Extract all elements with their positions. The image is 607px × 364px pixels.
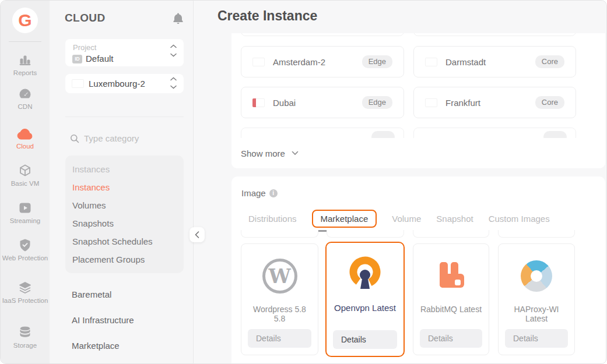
project-expander[interactable]	[170, 39, 177, 66]
sidebar-item-baremetal[interactable]: Baremetal	[72, 289, 111, 299]
rail-item-iaas-protection[interactable]: IaaS Protection	[1, 281, 50, 305]
project-selector[interactable]: Project ID Default	[65, 39, 184, 66]
rail-item-storage[interactable]: Storage	[1, 326, 50, 349]
page-title: Create Instance	[217, 8, 317, 24]
region-card-darmstadt[interactable]: Darmstadt Core	[413, 46, 576, 77]
image-card-title: Openvpn Latest	[333, 303, 397, 322]
sidebar-item-placement-groups[interactable]: Placement Groups	[72, 250, 184, 268]
image-card-haproxy[interactable]: HAProxy-WILatest Details	[498, 243, 575, 355]
sidebar-item-snapshots[interactable]: Snapshots	[72, 214, 184, 232]
region-type-badge: Core	[535, 96, 564, 109]
rail-item-basic-vm[interactable]: Basic VM	[1, 164, 50, 188]
rail-item-label: Basic VM	[2, 180, 48, 188]
shield-check-icon	[18, 238, 32, 252]
sidebar-item-ai-infrastructure[interactable]: AI Infrastructure	[72, 315, 134, 325]
region-type-badge: Edge	[362, 96, 392, 109]
rail-item-label: Web Protection	[2, 255, 48, 262]
layers-icon	[18, 281, 32, 295]
icon-rail: G Reports CDN Cloud Basic VM	[1, 1, 50, 364]
region-card-dubai[interactable]: Dubai Edge	[241, 87, 404, 118]
chevron-left-icon	[195, 231, 199, 238]
chevron-up-icon	[170, 44, 177, 48]
rail-item-web-protection[interactable]: Web Protection	[1, 238, 50, 262]
tab-volume[interactable]: Volume	[392, 214, 421, 224]
sidebar-item-snapshot-schedules[interactable]: Snapshot Schedules	[72, 232, 184, 250]
database-icon	[18, 326, 32, 340]
rail-divider	[9, 41, 41, 42]
image-card-wordpress[interactable]: W Wordpress 5.85.8 Details	[241, 243, 318, 355]
rail-item-streaming[interactable]: Streaming	[1, 201, 50, 225]
region-selector-value: Luxembourg-2	[89, 79, 145, 89]
region-name: Amsterdam-2	[273, 57, 325, 67]
chevron-up-icon	[170, 77, 177, 81]
region-name: Darmstadt	[445, 57, 486, 67]
sidebar-divider	[65, 116, 184, 117]
show-more-button[interactable]: Show more	[241, 149, 299, 158]
info-icon[interactable]: i	[269, 189, 278, 197]
tab-distributions[interactable]: Distributions	[248, 214, 297, 224]
sidebar-collapse-button[interactable]	[190, 227, 205, 242]
clipped-image-card	[327, 230, 404, 238]
sidebar-menu: Instances Instances Volumes Snapshots Sn…	[65, 156, 184, 273]
rail-item-label: Streaming	[2, 217, 48, 225]
page-header: Create Instance	[194, 1, 607, 33]
sidebar-main-divider	[193, 1, 194, 364]
rail-item-label: Storage	[2, 342, 48, 349]
rail-item-label: CDN	[2, 103, 48, 111]
gcore-logo[interactable]: G	[12, 8, 38, 33]
tab-snapshot[interactable]: Snapshot	[436, 214, 473, 224]
details-button[interactable]: Details	[248, 329, 311, 348]
category-search-input[interactable]	[83, 132, 175, 144]
image-card-title: HAProxy-WILatest	[505, 305, 568, 323]
project-label: Project	[73, 43, 96, 52]
image-card-title: Wordpress 5.85.8	[248, 305, 311, 323]
play-icon	[18, 201, 32, 215]
region-panel: Amsterdam-2 Edge Darmstadt Core Dubai Ed…	[231, 18, 605, 168]
sidebar-item-volumes[interactable]: Volumes	[72, 196, 184, 214]
region-card-frankfurt[interactable]: Frankfurt Core	[413, 87, 576, 118]
region-selector[interactable]: Luxembourg-2	[65, 74, 184, 93]
germany-flag-icon	[425, 98, 437, 107]
region-panel-footer: Show more	[231, 138, 605, 168]
tab-marketplace[interactable]: Marketplace	[312, 210, 377, 228]
image-card-openvpn[interactable]: Openvpn Latest Details	[325, 242, 405, 357]
sidebar-item-instances[interactable]: Instances	[72, 178, 184, 196]
cloud-sidebar: CLOUD Project ID Default Luxembourg-2	[50, 1, 193, 364]
image-section-label: Image	[241, 188, 266, 198]
uae-flag-icon	[252, 98, 265, 107]
menu-group-label: Instances	[72, 160, 184, 178]
sidebar-item-marketplace[interactable]: Marketplace	[72, 341, 120, 351]
search-icon	[70, 134, 79, 146]
region-card-amsterdam-2[interactable]: Amsterdam-2 Edge	[241, 46, 404, 77]
clipped-image-card	[498, 230, 575, 238]
image-card-rabbitmq[interactable]: RabbitMQ Latest Details	[413, 243, 489, 355]
region-type-badge: Edge	[362, 55, 392, 68]
project-value: Default	[86, 54, 114, 63]
image-section-header: Image i	[241, 188, 278, 198]
clipped-image-card	[241, 230, 318, 238]
gauge-icon	[18, 87, 32, 101]
rail-item-cdn[interactable]: CDN	[1, 87, 50, 111]
details-button[interactable]: Details	[505, 329, 568, 348]
image-panel: Image i Distributions Marketplace Volume…	[231, 176, 605, 364]
notifications-bell-icon[interactable]	[173, 12, 184, 27]
gcore-logo-letter: G	[18, 10, 31, 30]
rail-item-label: Cloud	[2, 143, 48, 150]
chevron-down-icon	[170, 85, 177, 89]
cube-icon	[18, 164, 32, 178]
app-window: G Reports CDN Cloud Basic VM	[0, 0, 607, 364]
luxembourg-flag-icon	[72, 79, 84, 88]
region-expander[interactable]	[170, 74, 177, 93]
openvpn-logo	[345, 256, 385, 294]
details-button[interactable]: Details	[420, 329, 482, 348]
main-content: Amsterdam-2 Edge Darmstadt Core Dubai Ed…	[194, 1, 607, 364]
rabbitmq-logo	[435, 259, 468, 294]
image-card-title: RabbitMQ Latest	[420, 305, 482, 323]
rail-item-cloud[interactable]: Cloud	[1, 128, 50, 150]
rail-item-reports[interactable]: Reports	[1, 53, 50, 77]
details-button[interactable]: Details	[333, 330, 397, 349]
cloud-icon	[16, 128, 34, 140]
tab-custom-images[interactable]: Custom Images	[489, 214, 550, 224]
region-type-badge: Core	[535, 55, 564, 68]
clipped-image-card	[413, 230, 489, 238]
